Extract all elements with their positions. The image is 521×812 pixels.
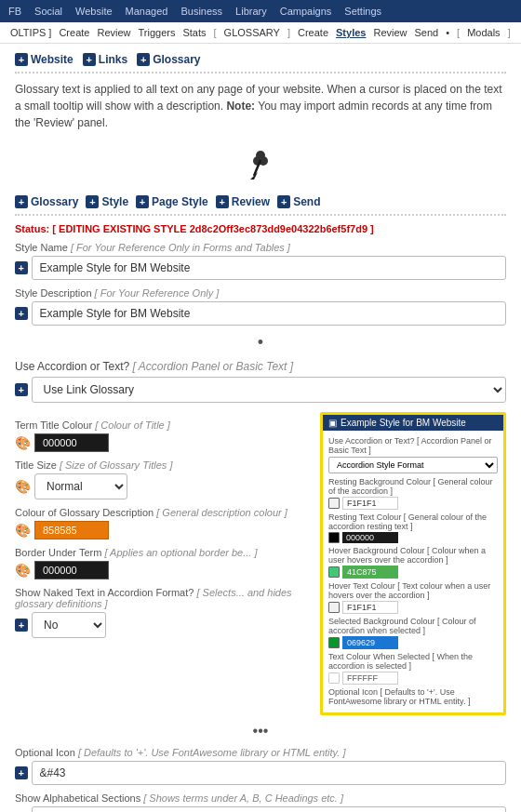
- main-content: + Website + Links + Glossary Glossary te…: [0, 44, 521, 812]
- nav-settings[interactable]: Settings: [341, 4, 384, 19]
- preview-selected-text-value[interactable]: FFFFFF: [342, 672, 398, 685]
- preview-selected-bg-swatch: [328, 637, 340, 648]
- colour-picker-icon-title[interactable]: 🎨: [15, 435, 31, 450]
- subtab-send[interactable]: + Send: [277, 195, 320, 208]
- subtab-glossary[interactable]: + Glossary: [15, 195, 78, 208]
- plus-icon-titlesize[interactable]: 🎨: [15, 479, 31, 494]
- nav-styles[interactable]: Styles: [333, 26, 368, 39]
- status-text: Status: [ EDITING EXISTING STYLE 2d8c2Of…: [15, 223, 374, 234]
- title-size-select[interactable]: Normal Small Large: [34, 473, 127, 499]
- subtab-review[interactable]: + Review: [216, 195, 270, 208]
- nav-social[interactable]: Social: [32, 4, 65, 19]
- show-alpha-select[interactable]: Yes No: [32, 806, 506, 812]
- style-desc-field-row: +: [15, 301, 506, 326]
- nav-managed[interactable]: Managed: [123, 4, 171, 19]
- subtab-style-label[interactable]: Style: [101, 195, 128, 208]
- colour-desc-label: Colour of Glossary Description [ General…: [15, 507, 309, 518]
- nav-create[interactable]: Create: [56, 26, 92, 39]
- preview-resting-bg-value[interactable]: F1F1F1: [342, 497, 398, 510]
- preview-panel: ▣ Example Style for BM Website Use Accor…: [320, 412, 506, 715]
- plus-icon-sub-style: +: [86, 195, 99, 208]
- preview-accordion-select[interactable]: Accordion Style Format: [328, 457, 498, 473]
- subtab-send-label[interactable]: Send: [293, 195, 320, 208]
- preview-resting-text-value[interactable]: 000000: [342, 532, 398, 543]
- description-text: Glossary text is applied to all text on …: [15, 81, 506, 131]
- subtab-pagestyle-label[interactable]: Page Style: [152, 195, 208, 208]
- preview-selected-bg-value[interactable]: 069629: [342, 636, 398, 649]
- preview-title-bar: ▣ Example Style for BM Website: [323, 415, 503, 431]
- nav-glossary[interactable]: GLOSSARY: [221, 26, 283, 39]
- subtab-review-label[interactable]: Review: [232, 195, 270, 208]
- section-tabs: + Website + Links + Glossary: [15, 53, 506, 66]
- tab-website[interactable]: + Website: [15, 53, 73, 66]
- accordion-select-row: + Use Link Glossary Accordion Format Bas…: [15, 377, 506, 403]
- tab-glossary[interactable]: + Glossary: [137, 53, 200, 66]
- naked-text-select[interactable]: No Yes: [32, 612, 106, 638]
- plus-icon-glossary: +: [137, 53, 150, 66]
- accordion-select[interactable]: Use Link Glossary Accordion Format Basic…: [32, 377, 506, 403]
- plus-icon-naked: +: [15, 619, 28, 632]
- tab-glossary-label[interactable]: Glossary: [153, 53, 200, 66]
- preview-hover-bg-swatch: [328, 566, 340, 578]
- preview-hover-text-value[interactable]: F1F1F1: [342, 601, 398, 614]
- nav-stats[interactable]: Stats: [180, 26, 208, 39]
- style-name-label: Style Name [ For Your Reference Only in …: [15, 242, 506, 253]
- style-desc-input[interactable]: [32, 301, 506, 326]
- top-nav: FB Social Website Managed Business Libra…: [0, 0, 521, 22]
- nav-website[interactable]: Website: [73, 4, 115, 19]
- optional-icon-row: Optional Icon [ Defaults to '+'. Use Fon…: [15, 747, 506, 785]
- preview-hover-text-row: F1F1F1: [328, 601, 498, 614]
- subtab-pagestyle[interactable]: + Page Style: [136, 195, 208, 208]
- form-col: Term Title Colour [ Colour of Title ] 🎨 …: [15, 412, 309, 715]
- term-title-colour-value[interactable]: 000000: [34, 433, 109, 452]
- nav-library[interactable]: Library: [233, 4, 270, 19]
- nav-campaigns[interactable]: Campaigns: [277, 4, 335, 19]
- colour-desc-row: Colour of Glossary Description [ General…: [15, 507, 309, 539]
- tab-links-label[interactable]: Links: [99, 53, 127, 66]
- accordion-label: Use Accordion or Text? [ Accordion Panel…: [15, 360, 506, 373]
- nav-create2[interactable]: Create: [295, 26, 331, 39]
- tab-links[interactable]: + Links: [83, 53, 127, 66]
- term-title-colour-input-row: 🎨 000000: [15, 433, 309, 452]
- border-term-row: Border Under Term [ Applies an optional …: [15, 547, 309, 579]
- center-dot-1: •: [15, 333, 506, 353]
- preview-resting-bg-swatch: [328, 498, 340, 509]
- preview-resting-text-swatch: [328, 532, 340, 543]
- subtab-style[interactable]: + Style: [86, 195, 128, 208]
- subtab-glossary-label[interactable]: Glossary: [31, 195, 78, 208]
- colour-desc-value[interactable]: 858585: [34, 521, 109, 539]
- nav-oltips: OLTIPS ]: [7, 26, 54, 39]
- plus-icon-stylename: +: [15, 261, 28, 274]
- nav-send[interactable]: Send: [412, 26, 442, 39]
- colour-picker-icon-border[interactable]: 🎨: [15, 563, 31, 578]
- status-bar: Status: [ EDITING EXISTING STYLE 2d8c2Of…: [15, 223, 506, 234]
- optional-icon-input[interactable]: [32, 761, 506, 785]
- border-term-value[interactable]: 000000: [34, 561, 109, 579]
- sub-tabs: + Glossary + Style + Page Style + Review…: [15, 195, 506, 208]
- nav-triggers[interactable]: Triggers: [136, 26, 179, 39]
- style-name-row: Style Name [ For Your Reference Only in …: [15, 242, 506, 280]
- preview-hover-bg-value[interactable]: 41C875: [342, 566, 398, 579]
- style-name-input[interactable]: [32, 256, 506, 280]
- nav-bracket-close2: ]: [505, 26, 514, 39]
- nav-review2[interactable]: Review: [370, 26, 409, 39]
- plus-icon-styledesc: +: [15, 307, 28, 320]
- show-alpha-row: Show Alphabetical Sections [ Shows terms…: [15, 792, 506, 812]
- preview-resting-bg-label: Resting Background Colour [ General colo…: [328, 477, 498, 496]
- nav-bullet: •: [443, 26, 452, 39]
- nav-fb[interactable]: FB: [6, 4, 24, 19]
- preview-resting-bg-row: F1F1F1: [328, 497, 498, 510]
- tab-website-label[interactable]: Website: [31, 53, 73, 66]
- nav-modals[interactable]: Modals: [464, 26, 502, 39]
- title-size-row: Title Size [ Size of Glossary Titles ] 🎨…: [15, 459, 309, 499]
- nav-business[interactable]: Business: [178, 4, 225, 19]
- plus-icon-optionalicon: +: [15, 766, 28, 779]
- plus-icon-sub-pagestyle: +: [136, 195, 149, 208]
- title-size-select-row: 🎨 Normal Small Large: [15, 473, 309, 499]
- nav-review[interactable]: Review: [94, 26, 133, 39]
- colour-picker-icon-desc[interactable]: 🎨: [15, 523, 31, 538]
- three-dots-1: •••: [15, 723, 506, 739]
- preview-selected-bg-label: Selected Background Colour [ Colour of a…: [328, 617, 498, 635]
- form-preview-row: Term Title Colour [ Colour of Title ] 🎨 …: [15, 412, 506, 715]
- plus-icon-sub-send: +: [277, 195, 290, 208]
